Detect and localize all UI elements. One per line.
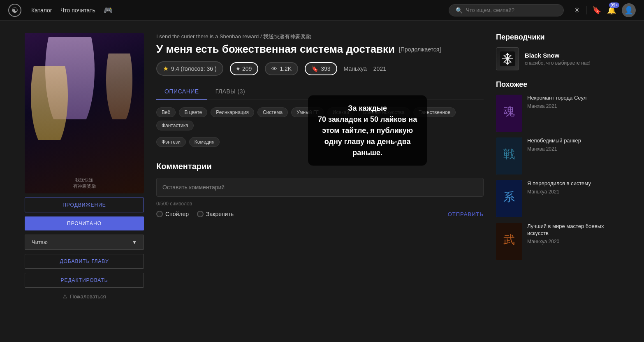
svg-text:戦: 戦 <box>503 148 515 161</box>
search-area: 🔍 <box>123 4 564 16</box>
translator-subtitle: спасибо, что выбираете нас! <box>525 60 591 66</box>
similar-item-0[interactable]: 魂 Некромант города Сеул Манхва 2021 <box>496 95 619 132</box>
similar-item-3[interactable]: 武 Лучший в мире мастер боевых искусств М… <box>496 223 619 260</box>
comment-input[interactable]: Оставить комментарий <box>156 178 484 197</box>
submit-comment-button[interactable]: ОТПРАВИТЬ <box>448 211 484 217</box>
tags-section-2: Фэнтези Комедия <box>156 137 484 147</box>
tab-description[interactable]: ОПИСАНИЕ <box>156 84 207 100</box>
tag-reincarnation[interactable]: Реинкарнация <box>211 107 254 117</box>
spoiler-radio[interactable] <box>156 211 163 217</box>
tooltip-overlay: За каждые70 закладок и 50 лайков наэтом … <box>308 95 427 166</box>
translator-name: Black Snow <box>525 52 591 59</box>
similar-thumb-1: 戦 <box>496 137 522 174</box>
rating-stat: ★ 9.4 (голосов: 36 ) <box>156 61 223 76</box>
report-button[interactable]: ⚠ Пожаловаться <box>63 293 106 300</box>
tag-color[interactable]: В цвете <box>179 107 207 117</box>
header-right: ☀ 🔖 🔔 99+ 👤 <box>574 3 636 17</box>
similar-thumb-2: 系 <box>496 180 522 217</box>
star-icon: ★ <box>163 65 169 72</box>
similar-info-0: Некромант города Сеул Манхва 2021 <box>527 95 586 109</box>
bookmark-icon: 🔖 <box>311 65 318 72</box>
spoiler-option[interactable]: Спойлер <box>156 211 189 217</box>
tag-mysterious[interactable]: Таинственное <box>413 107 456 117</box>
similar-thumb-3: 武 <box>496 223 522 260</box>
eye-icon: 👁 <box>271 65 277 72</box>
similar-meta-2: Маньхуа 2021 <box>527 189 591 195</box>
heart-icon: ♥ <box>236 65 240 72</box>
similar-info-2: Я переродился в систему Маньхуа 2021 <box>527 180 591 195</box>
svg-text:系: 系 <box>503 191 515 203</box>
bookmarks-button[interactable]: 🔖 <box>592 6 601 15</box>
bookmarks-stat[interactable]: 🔖 393 <box>305 62 337 75</box>
tag-martial-arts[interactable]: Боевые искусства <box>358 107 410 117</box>
notifications-button[interactable]: 🔔 99+ <box>607 6 616 15</box>
warning-icon: ⚠ <box>63 293 67 300</box>
manga-title: У меня есть божественная система доставк… <box>156 43 484 56</box>
main-nav: Каталог Что почитать 🎮 <box>31 6 113 15</box>
theme-toggle-button[interactable]: ☀ <box>574 6 580 15</box>
search-bar[interactable]: 🔍 <box>449 4 564 16</box>
likes-stat[interactable]: ♥ 209 <box>230 62 259 75</box>
translator-info: Black Snow спасибо, что выбираете нас! <box>525 52 591 66</box>
pin-radio[interactable] <box>197 211 204 217</box>
tag-isekai[interactable]: Исекай <box>327 107 354 117</box>
svg-text:魂: 魂 <box>503 105 515 118</box>
cover-label: 我送快递有神豪奖励 <box>25 177 144 189</box>
search-input[interactable] <box>466 7 557 13</box>
promote-button[interactable]: ПРОДВИЖЕНИЕ <box>25 198 144 212</box>
avatar[interactable]: 👤 <box>622 3 636 17</box>
similar-item-1[interactable]: 戦 Непобедимый ранкер Манхва 2021 <box>496 137 619 174</box>
tag-smart-mc[interactable]: Умный ГГ <box>291 107 324 117</box>
similar-info-1: Непобедимый ранкер Манхва 2021 <box>527 137 581 152</box>
left-panel: 我送快递有神豪奖励 ПРОДВИЖЕНИЕ ПРОЧИТАНО Читаю ▼ … <box>25 33 144 300</box>
add-chapter-button[interactable]: ДОБАВИТЬ ГЛАВУ <box>25 254 144 269</box>
tag-system[interactable]: Система <box>257 107 288 117</box>
tag-fantasy[interactable]: Фэнтези <box>156 137 186 147</box>
search-icon: 🔍 <box>456 7 463 14</box>
notification-badge: 99+ <box>609 2 619 8</box>
comments-section: Комментарии Оставить комментарий 0/500 с… <box>156 162 484 217</box>
tags-wrapper: Веб В цвете Реинкарнация Система Умный Г… <box>156 107 484 154</box>
right-panel: Переводчики <box>496 33 619 300</box>
tag-comedy[interactable]: Комедия <box>189 137 220 147</box>
center-panel: I send the curier there is a Shenhao rew… <box>156 33 484 300</box>
edit-button[interactable]: РЕДАКТИРОВАТЬ <box>25 273 144 288</box>
nav-extra-icon[interactable]: 🎮 <box>104 6 113 15</box>
content-tabs: ОПИСАНИЕ ГЛАВЫ (3) <box>156 84 484 100</box>
stats-row: ★ 9.4 (голосов: 36 ) ♥ 209 👁 1.2K 🔖 393 <box>156 61 484 76</box>
similar-title: Похожее <box>496 80 619 89</box>
similar-meta-1: Манхва 2021 <box>527 146 581 152</box>
tag-web[interactable]: Веб <box>156 107 176 117</box>
similar-thumb-0: 魂 <box>496 95 522 132</box>
svg-text:武: 武 <box>503 233 515 246</box>
similar-name-3: Лучший в мире мастер боевых искусств <box>527 223 619 237</box>
divider <box>586 6 586 14</box>
manga-cover: 我送快递有神豪奖励 <box>25 33 144 193</box>
similar-name-1: Непобедимый ранкер <box>527 137 581 144</box>
manga-type: Маньхуа <box>344 65 367 72</box>
header: ☯ Каталог Что почитать 🎮 🔍 ☀ 🔖 🔔 99+ 👤 <box>0 0 644 21</box>
status-dropdown[interactable]: Читаю ▼ <box>25 235 144 250</box>
translator-avatar <box>496 47 519 70</box>
comments-title: Комментарии <box>156 162 484 171</box>
translators-title: Переводчики <box>496 33 619 42</box>
comment-options: Спойлер Закрепить ОТПРАВИТЬ <box>156 211 484 217</box>
tab-chapters[interactable]: ГЛАВЫ (3) <box>207 84 254 100</box>
chevron-down-icon: ▼ <box>132 240 137 245</box>
main-content: 我送快递有神豪奖励 ПРОДВИЖЕНИЕ ПРОЧИТАНО Читаю ▼ … <box>0 21 644 312</box>
logo-button[interactable]: ☯ <box>8 4 21 17</box>
similar-info-3: Лучший в мире мастер боевых искусств Ман… <box>527 223 619 244</box>
read-button[interactable]: ПРОЧИТАНО <box>25 216 144 230</box>
translator-card[interactable]: Black Snow спасибо, что выбираете нас! <box>496 47 619 70</box>
tags-section: Веб В цвете Реинкарнация Система Умный Г… <box>156 107 484 130</box>
tag-scifi[interactable]: Фантастика <box>156 121 194 130</box>
manga-subtitle: I send the curier there is a Shenhao rew… <box>156 33 484 40</box>
rating-value: 9.4 (голосов: 36 ) <box>171 65 217 72</box>
similar-item-2[interactable]: 系 Я переродился в систему Маньхуа 2021 <box>496 180 619 217</box>
similar-name-0: Некромант города Сеул <box>527 95 586 102</box>
manga-year: 2021 <box>373 65 386 72</box>
pin-option[interactable]: Закрепить <box>197 211 234 217</box>
similar-name-2: Я переродился в систему <box>527 180 591 187</box>
nav-catalog[interactable]: Каталог <box>31 7 52 14</box>
nav-whattoread[interactable]: Что почитать <box>60 7 95 14</box>
